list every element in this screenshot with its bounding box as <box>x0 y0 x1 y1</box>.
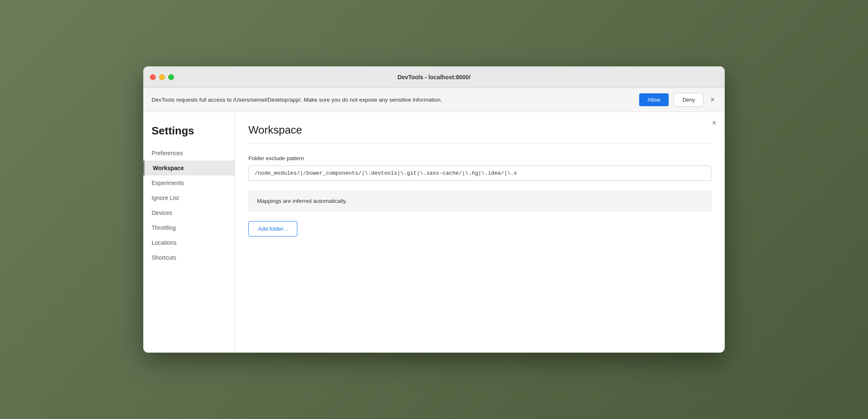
folder-exclude-label: Folder exclude pattern <box>248 155 711 161</box>
notification-text: DevTools requests full access to /Users/… <box>152 97 634 103</box>
titlebar: DevTools - localhost:8000/ <box>143 66 725 88</box>
sidebar-item-workspace[interactable]: Workspace <box>143 161 235 175</box>
minimize-button[interactable] <box>159 74 165 80</box>
allow-button[interactable]: Allow <box>639 93 669 106</box>
sidebar-item-shortcuts[interactable]: Shortcuts <box>143 250 235 265</box>
mappings-info-box: Mappings are inferred automatically. <box>248 191 711 211</box>
notification-bar: DevTools requests full access to /Users/… <box>143 88 725 112</box>
maximize-button[interactable] <box>168 74 174 80</box>
settings-title: Settings <box>143 120 235 146</box>
sidebar: Settings Preferences Workspace Experimen… <box>143 112 235 353</box>
sidebar-item-devices[interactable]: Devices <box>143 205 235 220</box>
panel-title: Workspace <box>248 124 711 136</box>
devtools-window: DevTools - localhost:8000/ DevTools requ… <box>143 66 725 353</box>
sidebar-item-ignore-list[interactable]: Ignore List <box>143 190 235 205</box>
close-button[interactable] <box>150 74 156 80</box>
deny-button[interactable]: Deny <box>674 93 704 107</box>
sidebar-item-preferences[interactable]: Preferences <box>143 146 235 161</box>
workspace-panel: × Workspace Folder exclude pattern Mappi… <box>235 112 725 353</box>
add-folder-button[interactable]: Add folder... <box>248 221 297 236</box>
window-controls <box>150 74 174 80</box>
sidebar-item-locations[interactable]: Locations <box>143 235 235 250</box>
panel-divider <box>248 143 711 144</box>
main-content: Settings Preferences Workspace Experimen… <box>143 112 725 353</box>
window-title: DevTools - localhost:8000/ <box>397 74 471 80</box>
folder-exclude-input[interactable] <box>248 166 711 181</box>
panel-close-icon[interactable]: × <box>712 119 716 127</box>
sidebar-item-experiments[interactable]: Experiments <box>143 175 235 190</box>
sidebar-item-throttling[interactable]: Throttling <box>143 220 235 235</box>
mappings-info-text: Mappings are inferred automatically. <box>257 198 347 204</box>
notification-close-icon[interactable]: × <box>709 95 716 104</box>
